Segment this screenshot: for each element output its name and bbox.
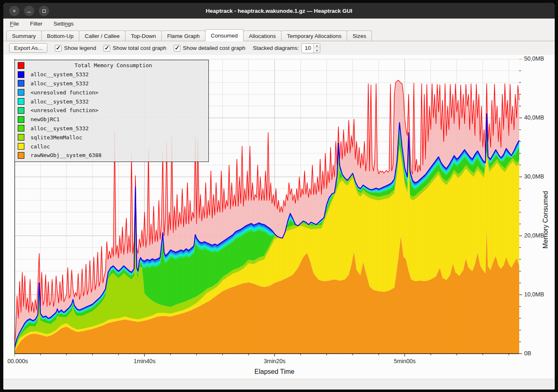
legend-label: newObjRC1 <box>31 116 59 122</box>
y-axis-title: Memory Consumed <box>542 174 549 249</box>
show-total-cost-label: Show total cost graph <box>113 45 166 51</box>
legend-swatch <box>18 71 24 78</box>
legend-swatch <box>18 98 24 105</box>
x-tick-label: 00.000s <box>7 358 28 364</box>
legend-label: calloc <box>31 143 50 150</box>
legend-swatch <box>18 80 24 87</box>
show-legend-checkbox[interactable] <box>55 45 61 52</box>
menu-filter[interactable]: Filter <box>30 21 43 27</box>
y-tick-label: 10,0MB <box>524 291 544 298</box>
window-title: Heaptrack - heaptrack.wakunode.1.gz — He… <box>3 8 555 14</box>
show-detailed-cost-checkbox-group[interactable]: Show detailed cost graph <box>174 45 246 52</box>
menu-bar: File Filter Settings <box>3 19 555 29</box>
show-total-cost-checkbox[interactable] <box>104 45 110 52</box>
minimize-icon <box>27 12 31 12</box>
export-as-button[interactable]: Export As... <box>9 43 47 53</box>
y-tick-label: 50,0MB <box>524 55 544 62</box>
legend-label: sqlite3MemMalloc <box>31 134 82 141</box>
maximize-icon <box>43 9 46 13</box>
legend-swatch <box>18 134 24 141</box>
tab-top-down[interactable]: Top-Down <box>125 31 162 41</box>
menu-settings-label-pre: Setti <box>54 21 65 27</box>
y-tick-label: 30,0MB <box>524 173 544 180</box>
x-tick-label: 1min40s <box>126 358 163 364</box>
legend-row: alloc__system_5332 <box>15 97 208 106</box>
show-detailed-cost-label: Show detailed cost graph <box>183 45 246 51</box>
legend-label: alloc__system_5332 <box>31 71 89 77</box>
tab-summary[interactable]: Summary <box>6 31 42 41</box>
legend-title: Total Memory Consumption <box>31 62 196 68</box>
spinner-up-icon[interactable]: ▲ <box>314 44 320 49</box>
legend-swatch <box>18 152 24 159</box>
legend-row: <unresolved function> <box>15 106 208 115</box>
legend-label: alloc__system_5332 <box>31 80 89 87</box>
tab-bar: Summary Bottom-Up Caller / Callee Top-Do… <box>3 29 555 41</box>
show-legend-checkbox-group[interactable]: Show legend <box>55 45 96 52</box>
tab-bottom-up[interactable]: Bottom-Up <box>41 31 80 41</box>
menu-settings-label-post: gs <box>68 21 73 27</box>
menu-filter-label: Filter <box>30 21 43 27</box>
x-tick-label: 3min20s <box>256 358 293 364</box>
legend-row: alloc__system_5332 <box>15 70 208 79</box>
chart-legend: Total Memory Consumption alloc__system_5… <box>14 60 209 162</box>
legend-swatch <box>18 143 24 150</box>
y-tick-label: 40,0MB <box>524 114 544 121</box>
tab-flame-graph[interactable]: Flame Graph <box>161 31 206 41</box>
tab-sizes[interactable]: Sizes <box>347 31 372 41</box>
show-total-cost-checkbox-group[interactable]: Show total cost graph <box>104 45 166 52</box>
legend-label: <unresolved function> <box>31 89 98 96</box>
legend-row: sqlite3MemMalloc <box>15 133 208 142</box>
x-axis-title: Elapsed Time <box>241 368 307 376</box>
tab-consumed[interactable]: Consumed <box>205 29 244 41</box>
tab-temporary-allocations[interactable]: Temporary Allocations <box>281 31 347 41</box>
menu-file[interactable]: File <box>10 21 19 27</box>
stacked-diagrams-spinner[interactable]: 10 ▲ ▼ <box>301 43 320 53</box>
menu-settings[interactable]: Settings <box>54 21 74 27</box>
minimize-button[interactable] <box>24 6 34 16</box>
menu-file-label: ile <box>13 21 19 27</box>
legend-label: alloc__system_5332 <box>31 125 89 131</box>
legend-swatch <box>18 89 24 96</box>
legend-swatch <box>18 107 24 114</box>
y-tick-label: 0B <box>524 350 531 357</box>
maximize-button[interactable] <box>39 6 49 16</box>
legend-row: calloc <box>15 142 208 151</box>
legend-swatch <box>18 116 24 123</box>
legend-row: rawNewObj__system_6388 <box>15 151 208 160</box>
tab-allocations[interactable]: Allocations <box>243 31 281 41</box>
stacked-diagrams-group: Stacked diagrams: 10 ▲ ▼ <box>253 43 321 53</box>
y-tick-label: 20,0MB <box>524 232 544 239</box>
legend-row: <unresolved function> <box>15 88 208 97</box>
legend-label: <unresolved function> <box>31 107 98 113</box>
menu-file-mnemonic: F <box>10 21 13 27</box>
legend-label: rawNewObj__system_6388 <box>31 152 102 158</box>
stacked-diagrams-value[interactable]: 10 <box>302 44 313 53</box>
legend-row-total: Total Memory Consumption <box>15 61 208 70</box>
legend-swatch-total <box>18 62 24 69</box>
show-detailed-cost-checkbox[interactable] <box>174 45 180 52</box>
spinner-buttons[interactable]: ▲ ▼ <box>313 44 320 53</box>
stacked-diagrams-label: Stacked diagrams: <box>253 45 299 51</box>
legend-row: alloc__system_5332 <box>15 79 208 88</box>
legend-row: alloc__system_5332 <box>15 124 208 133</box>
close-button[interactable]: × <box>9 6 19 16</box>
legend-label: alloc__system_5332 <box>31 99 89 105</box>
tab-caller-callee[interactable]: Caller / Callee <box>79 31 125 41</box>
chart-area: 0B10,0MB20,0MB30,0MB40,0MB50,0MB00.000s1… <box>3 55 555 379</box>
spinner-down-icon[interactable]: ▼ <box>314 48 320 53</box>
app-window: × Heaptrack - heaptrack.wakunode.1.gz — … <box>3 3 555 390</box>
toolbar: Export As... Show legend Show total cost… <box>3 41 555 55</box>
legend-swatch <box>18 125 24 131</box>
x-tick-label: 5min00s <box>386 358 423 364</box>
legend-row: newObjRC1 <box>15 115 208 124</box>
status-bar <box>3 379 555 390</box>
title-bar: × Heaptrack - heaptrack.wakunode.1.gz — … <box>3 3 555 19</box>
show-legend-label: Show legend <box>64 45 96 51</box>
